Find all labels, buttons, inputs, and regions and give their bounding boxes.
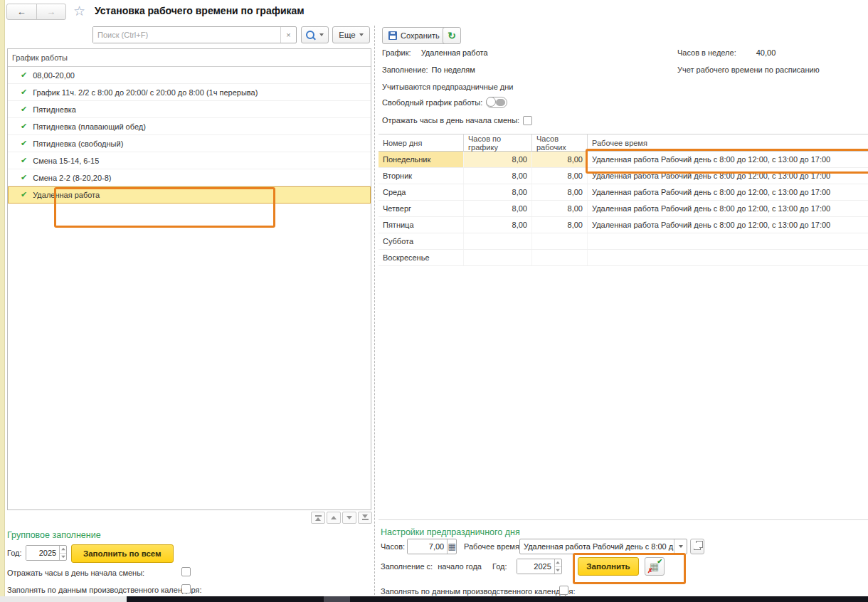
schedule-row[interactable]: ✔Пятидневка: [8, 101, 371, 118]
chevron-down-icon: [319, 33, 324, 36]
panel-splitter[interactable]: [374, 26, 375, 595]
work-time-cell: Удаленная работа Рабочий день с 8:00 до …: [588, 152, 868, 167]
open-window-icon: [694, 543, 701, 550]
column-header-work-time[interactable]: Рабочее время: [588, 134, 868, 151]
spinner-up-icon[interactable]: [60, 546, 66, 554]
schedule-row-selected[interactable]: ✔Удаленная работа: [8, 186, 371, 204]
scroll-to-bottom-button[interactable]: [358, 512, 372, 524]
combo-dropdown-button[interactable]: [674, 539, 687, 554]
favorite-star-icon[interactable]: ☆: [73, 3, 85, 19]
check-icon: ✔: [21, 105, 27, 114]
column-header-hours-working[interactable]: Часов рабочих: [532, 134, 588, 151]
preholiday-year-input[interactable]: [517, 559, 554, 574]
table-row[interactable]: Воскресенье: [379, 250, 868, 266]
schedule-label: График 11ч. 2/2 с 8:00 до 20:00/ с 20:00…: [33, 88, 258, 97]
preholiday-hours-field: ▦: [407, 539, 457, 554]
scroll-down-button[interactable]: [342, 512, 356, 524]
preholiday-hours-input[interactable]: [408, 539, 447, 554]
preholiday-calendar-label: Заполнять по данным производственного ка…: [381, 587, 576, 596]
group-fill-year-input[interactable]: [26, 546, 59, 560]
fill-all-button-label: Заполнить по всем: [83, 549, 162, 558]
table-row[interactable]: Четверг 8,00 8,00 Удаленная работа Рабоч…: [379, 201, 868, 217]
preholiday-title: Настройки предпраздничного дня: [381, 527, 520, 537]
table-row[interactable]: Пятница 8,00 8,00 Удаленная работа Рабоч…: [379, 217, 868, 233]
time-tracking-line: Учет рабочего времени по расписанию: [677, 64, 820, 75]
schedule-row[interactable]: ✔Пятидневка (свободный): [8, 135, 371, 152]
refresh-icon: ↻: [448, 30, 456, 41]
save-button[interactable]: Сохранить: [382, 27, 448, 44]
reflect-start-line: Отражать часы в день начала смены:: [382, 115, 532, 126]
check-icon: ✔: [21, 70, 27, 80]
schedule-row[interactable]: ✔Пятидневка (плавающий обед): [8, 118, 371, 135]
schedules-column-header[interactable]: График работы: [8, 49, 371, 67]
floppy-disk-icon: [388, 31, 397, 40]
group-calendar-checkbox[interactable]: [181, 584, 191, 593]
reflect-start-checkbox[interactable]: [523, 116, 532, 125]
spinner-down-icon[interactable]: [60, 554, 66, 561]
chevron-down-icon: [679, 545, 683, 548]
schedule-row[interactable]: ✔График 11ч. 2/2 с 8:00 до 20:00/ с 20:0…: [8, 84, 371, 101]
column-header-hours-schedule[interactable]: Часов по графику: [464, 134, 532, 151]
section-divider: [379, 519, 868, 520]
fill-button-label: Заполнить: [586, 562, 630, 571]
more-button-label: Еще: [339, 31, 355, 39]
search-icon: [306, 31, 314, 39]
free-schedule-label: Свободный график работы:: [382, 98, 482, 107]
refresh-button[interactable]: ↻: [443, 27, 461, 44]
work-time-cell: [588, 233, 868, 249]
check-icon: ✔: [21, 122, 27, 131]
schedule-row[interactable]: ✔Смена 15-14, 6-15: [8, 152, 371, 169]
back-button[interactable]: ←: [7, 4, 36, 19]
scroll-up-button[interactable]: [327, 512, 341, 524]
hours-working-cell: 8,00: [532, 184, 588, 200]
time-tracking-text: Учет рабочего времени по расписанию: [677, 65, 820, 74]
schedule-info-line: График: Удаленная работа: [382, 47, 488, 58]
fill-button[interactable]: Заполнить: [578, 557, 639, 576]
day-table: Номер дня Часов по графику Часов рабочих…: [379, 134, 868, 266]
search-options-button[interactable]: [301, 26, 329, 43]
preholiday-worktime-value: Удаленная работа Рабочий день с 8:00 д: [520, 539, 674, 554]
hours-schedule-cell: 8,00: [464, 184, 532, 200]
more-button[interactable]: Еще: [332, 26, 370, 43]
page-title: Установка рабочего времени по графикам: [95, 5, 305, 16]
day-cell: Пятница: [379, 217, 464, 233]
free-schedule-toggle[interactable]: [486, 97, 507, 108]
forward-arrow-icon: →: [46, 6, 55, 17]
calculator-icon[interactable]: ▦: [447, 539, 456, 554]
group-fill-year-field: [26, 545, 67, 561]
table-row[interactable]: Суббота: [379, 233, 868, 250]
schedule-label: Смена 2-2 (8-20,20-8): [33, 174, 111, 182]
column-header-day[interactable]: Номер дня: [379, 134, 464, 151]
app-window: ← → ☆ Установка рабочего времени по граф…: [0, 0, 868, 602]
day-cell: Среда: [379, 184, 464, 200]
preholiday-note-text: Учитываются предпраздничные дни: [382, 83, 513, 91]
table-clear-fill-icon: ▦ ✗ ✔: [649, 561, 660, 572]
clear-search-icon[interactable]: ×: [280, 27, 296, 43]
preholiday-calendar-checkbox[interactable]: [559, 586, 568, 595]
schedule-label: Удаленная работа: [33, 191, 100, 199]
table-row[interactable]: Вторник 8,00 8,00 Удаленная работа Рабоч…: [379, 168, 868, 184]
day-cell: Суббота: [379, 233, 464, 249]
spinner-down-icon[interactable]: [555, 567, 561, 574]
schedule-row[interactable]: ✔Смена 2-2 (8-20,20-8): [8, 169, 371, 186]
scroll-to-top-button[interactable]: [311, 512, 325, 524]
group-fill-year-label: Год:: [7, 549, 22, 557]
check-icon: ✔: [21, 139, 27, 148]
forward-button[interactable]: →: [36, 4, 66, 19]
spinner-up-icon[interactable]: [555, 559, 561, 567]
filling-label: Заполнение:: [382, 65, 428, 74]
table-row-monday[interactable]: Понедельник 8,00 8,00 Удаленная работа Р…: [379, 152, 868, 168]
fill-all-button[interactable]: Заполнить по всем: [71, 544, 174, 563]
reflect-start-label: Отражать часы в день начала смены:: [382, 116, 519, 125]
schedule-row[interactable]: ✔08,00-20,00: [8, 67, 371, 84]
preholiday-worktime-label: Рабочее время:: [464, 542, 522, 551]
fill-table-button[interactable]: ▦ ✗ ✔: [645, 557, 665, 576]
preholiday-worktime-combo[interactable]: Удаленная работа Рабочий день с 8:00 д: [519, 539, 687, 554]
search-input[interactable]: [93, 27, 280, 43]
open-worktime-button[interactable]: [690, 539, 704, 554]
group-reflect-checkbox[interactable]: [181, 567, 191, 576]
table-row[interactable]: Среда 8,00 8,00 Удаленная работа Рабочий…: [379, 184, 868, 201]
schedule-label: 08,00-20,00: [33, 71, 75, 80]
fill-from-line: Заполнение с: начало года: [381, 562, 482, 571]
nav-button-group: ← →: [6, 4, 66, 20]
